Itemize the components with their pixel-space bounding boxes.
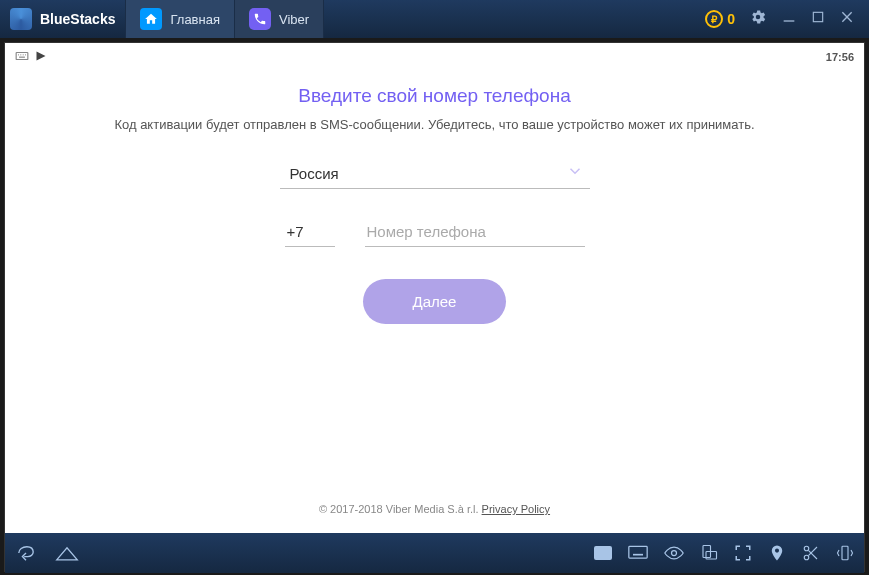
svg-rect-10 [629, 546, 647, 558]
back-icon[interactable] [15, 544, 37, 562]
svg-point-16 [672, 551, 677, 556]
privacy-link[interactable]: Privacy Policy [482, 503, 550, 515]
maximize-icon[interactable] [811, 10, 825, 28]
bluestacks-logo-icon [10, 8, 32, 30]
keyboard-toggle-icon[interactable] [594, 546, 612, 560]
bs-notif-icon [35, 50, 47, 64]
home-icon [140, 8, 162, 30]
app-area: 17:56 Введите свой номер телефона Код ак… [5, 43, 864, 533]
home-nav-icon[interactable] [55, 544, 79, 562]
titlebar-controls: ₽ 0 [705, 8, 869, 30]
tab-viber-label: Viber [279, 12, 309, 27]
minimize-icon[interactable] [781, 9, 797, 29]
eye-icon[interactable] [664, 545, 684, 561]
keyboard-icon[interactable] [628, 545, 648, 561]
shake-icon[interactable] [836, 544, 854, 562]
svg-point-6 [20, 54, 21, 55]
content-frame: 17:56 Введите свой номер телефона Код ак… [4, 42, 865, 572]
android-navbar [5, 533, 864, 573]
location-icon[interactable] [768, 544, 786, 562]
viber-icon [249, 8, 271, 30]
coin-icon: ₽ [705, 10, 723, 28]
brand: BlueStacks [0, 8, 125, 30]
svg-point-20 [804, 555, 809, 560]
country-value: Россия [290, 165, 566, 182]
close-icon[interactable] [839, 9, 855, 29]
svg-rect-23 [842, 546, 848, 560]
footer: © 2017-2018 Viber Media S.à r.l. Privacy… [5, 503, 864, 515]
android-statusbar: 17:56 [5, 43, 864, 71]
svg-point-5 [18, 54, 19, 55]
phone-input[interactable] [365, 217, 585, 247]
svg-rect-1 [813, 12, 822, 21]
svg-rect-4 [16, 53, 28, 60]
settings-icon[interactable] [749, 8, 767, 30]
phone-row [45, 217, 824, 247]
tab-home-label: Главная [170, 12, 219, 27]
ime-icon [15, 50, 29, 64]
tab-viber[interactable]: Viber [235, 0, 324, 38]
country-code-input[interactable] [285, 217, 335, 247]
copyright: © 2017-2018 Viber Media S.à r.l. [319, 503, 482, 515]
svg-point-19 [804, 546, 809, 551]
rotate-icon[interactable] [700, 544, 718, 562]
clock: 17:56 [826, 51, 854, 63]
svg-point-7 [23, 54, 24, 55]
tab-home[interactable]: Главная [125, 0, 234, 38]
next-button[interactable]: Далее [363, 279, 507, 324]
brand-text: BlueStacks [40, 11, 115, 27]
coins-counter[interactable]: ₽ 0 [705, 10, 735, 28]
page-subtitle: Код активации будет отправлен в SMS-сооб… [45, 117, 824, 132]
country-select[interactable]: Россия [280, 158, 590, 189]
viber-screen: Введите свой номер телефона Код активаци… [5, 71, 864, 324]
coins-value: 0 [727, 11, 735, 27]
chevron-down-icon [566, 162, 584, 184]
page-title: Введите свой номер телефона [45, 85, 824, 107]
svg-rect-9 [19, 57, 25, 58]
scissors-icon[interactable] [802, 544, 820, 562]
svg-point-8 [25, 54, 26, 55]
fullscreen-icon[interactable] [734, 544, 752, 562]
titlebar: BlueStacks Главная Viber ₽ 0 [0, 0, 869, 38]
